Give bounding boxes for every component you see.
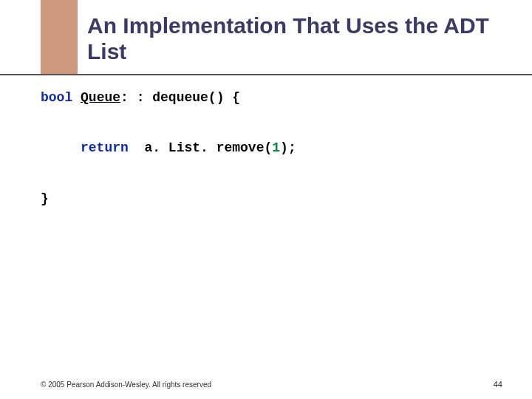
slide: An Implementation That Uses the ADT List… [0, 0, 532, 399]
accent-bar [41, 0, 78, 74]
call-tail: ); [280, 140, 296, 155]
page-number: 44 [494, 380, 502, 389]
class-name: Queue [81, 90, 120, 105]
slide-title: An Implementation That Uses the ADT List [87, 13, 501, 64]
copyright-footer: © 2005 Pearson Addison-Wesley. All right… [41, 381, 211, 389]
code-block: bool Queue: : dequeue() { return a. List… [41, 85, 499, 211]
keyword-bool: bool [41, 90, 72, 105]
title-divider [0, 74, 532, 75]
close-brace: } [41, 191, 49, 206]
signature-tail: : : dequeue() { [120, 90, 240, 105]
number-literal: 1 [272, 140, 280, 155]
call-head: a. List. remove( [144, 140, 272, 155]
keyword-return: return [81, 140, 129, 155]
